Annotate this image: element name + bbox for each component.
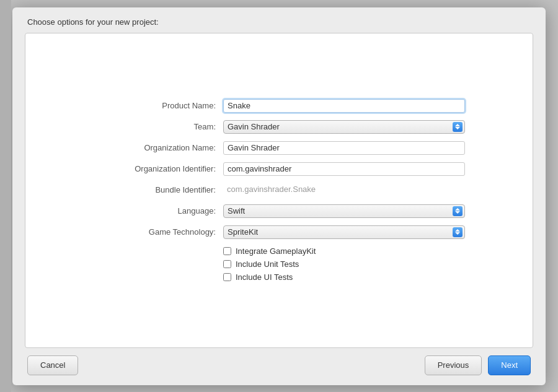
language-select-wrapper: Swift Objective-C [223,204,465,218]
checkbox-section: Integrate GameplayKit Include Unit Tests… [223,246,465,282]
next-button[interactable]: Next [488,355,531,375]
left-stripe [0,0,11,392]
integrate-gameplay-row: Integrate GameplayKit [223,246,465,256]
language-label: Language: [93,206,223,216]
dialog: Choose options for your new project: Pro… [12,7,546,385]
language-row: Language: Swift Objective-C [93,204,465,218]
include-ui-tests-label[interactable]: Include UI Tests [236,272,293,282]
dialog-footer: Cancel Previous Next [12,348,546,385]
bundle-identifier-value: com.gavinshrader.Snake [223,183,465,197]
previous-button[interactable]: Previous [425,355,482,375]
include-ui-tests-row: Include UI Tests [223,272,465,282]
language-select[interactable]: Swift Objective-C [223,204,465,218]
game-technology-label: Game Technology: [93,227,223,237]
game-technology-select-wrapper: SpriteKit SceneKit Metal OpenGL ES [223,225,465,239]
team-select-wrapper: Gavin Shrader [223,120,465,134]
team-row: Team: Gavin Shrader [93,120,465,134]
org-identifier-input[interactable] [223,162,465,176]
include-ui-tests-checkbox[interactable] [223,273,231,281]
org-identifier-label: Organization Identifier: [93,164,223,173]
dialog-header: Choose options for your new project: [12,7,546,33]
integrate-gameplay-checkbox[interactable] [223,247,231,255]
footer-right-buttons: Previous Next [425,355,531,375]
bundle-identifier-label: Bundle Identifier: [93,185,223,194]
integrate-gameplay-label[interactable]: Integrate GameplayKit [236,246,316,256]
product-name-input[interactable] [223,99,465,113]
org-identifier-row: Organization Identifier: [93,162,465,176]
include-unit-tests-checkbox[interactable] [223,260,231,268]
org-name-input[interactable] [223,141,465,155]
team-select[interactable]: Gavin Shrader [223,120,465,134]
include-unit-tests-label[interactable]: Include Unit Tests [236,259,299,269]
form-container: Product Name: Team: Gavin Shrader Organi… [68,87,490,294]
cancel-button[interactable]: Cancel [27,355,78,375]
game-technology-row: Game Technology: SpriteKit SceneKit Meta… [93,225,465,239]
org-name-label: Organization Name: [93,143,223,152]
product-name-label: Product Name: [93,101,223,110]
product-name-row: Product Name: [93,99,465,113]
bundle-identifier-row: Bundle Identifier: com.gavinshrader.Snak… [93,183,465,197]
org-name-row: Organization Name: [93,141,465,155]
team-label: Team: [93,122,223,131]
dialog-content: Product Name: Team: Gavin Shrader Organi… [25,33,533,348]
header-text: Choose options for your new project: [27,17,159,27]
include-unit-tests-row: Include Unit Tests [223,259,465,269]
game-technology-select[interactable]: SpriteKit SceneKit Metal OpenGL ES [223,225,465,239]
